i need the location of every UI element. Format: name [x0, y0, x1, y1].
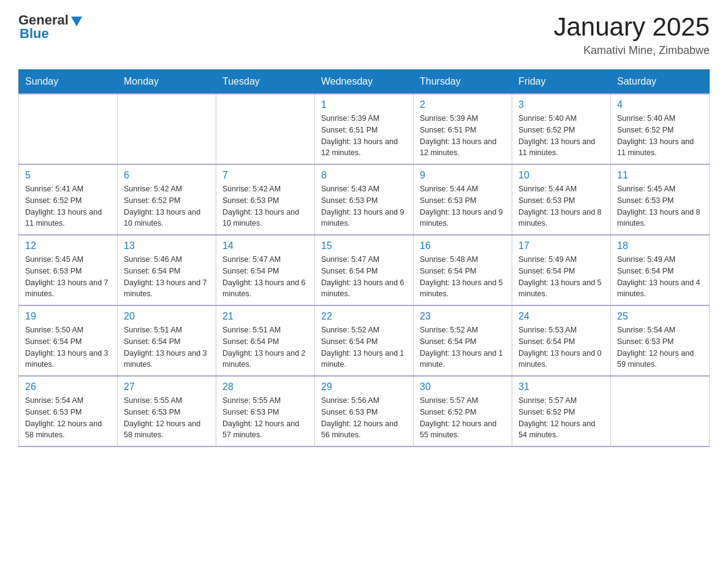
day-number: 13 — [124, 240, 210, 251]
calendar-cell: 15Sunrise: 5:47 AM Sunset: 6:54 PM Dayli… — [315, 235, 414, 305]
column-header-monday: Monday — [118, 70, 216, 94]
day-info: Sunrise: 5:51 AM Sunset: 6:54 PM Dayligh… — [124, 324, 210, 370]
calendar-week-5: 26Sunrise: 5:54 AM Sunset: 6:53 PM Dayli… — [19, 376, 710, 446]
day-info: Sunrise: 5:54 AM Sunset: 6:53 PM Dayligh… — [617, 324, 703, 370]
day-number: 5 — [25, 170, 111, 181]
day-number: 10 — [518, 170, 604, 181]
day-info: Sunrise: 5:57 AM Sunset: 6:52 PM Dayligh… — [518, 395, 604, 441]
calendar-cell: 18Sunrise: 5:49 AM Sunset: 6:54 PM Dayli… — [611, 235, 710, 305]
day-number: 26 — [25, 381, 111, 393]
day-info: Sunrise: 5:50 AM Sunset: 6:54 PM Dayligh… — [25, 324, 111, 370]
day-number: 6 — [124, 170, 210, 181]
day-number: 9 — [420, 170, 506, 181]
day-info: Sunrise: 5:51 AM Sunset: 6:54 PM Dayligh… — [222, 324, 308, 370]
day-info: Sunrise: 5:45 AM Sunset: 6:53 PM Dayligh… — [25, 254, 111, 300]
day-info: Sunrise: 5:44 AM Sunset: 6:53 PM Dayligh… — [518, 183, 604, 229]
day-number: 11 — [617, 170, 703, 181]
calendar-cell: 25Sunrise: 5:54 AM Sunset: 6:53 PM Dayli… — [611, 305, 710, 376]
day-info: Sunrise: 5:47 AM Sunset: 6:54 PM Dayligh… — [321, 254, 407, 300]
day-info: Sunrise: 5:53 AM Sunset: 6:54 PM Dayligh… — [518, 324, 604, 370]
calendar-cell: 3Sunrise: 5:40 AM Sunset: 6:52 PM Daylig… — [512, 94, 611, 164]
day-number: 14 — [222, 240, 308, 251]
calendar-cell: 30Sunrise: 5:57 AM Sunset: 6:52 PM Dayli… — [414, 376, 512, 446]
day-number: 8 — [321, 170, 407, 181]
day-number: 24 — [518, 311, 604, 322]
logo-triangle-icon — [70, 14, 83, 28]
calendar-cell: 31Sunrise: 5:57 AM Sunset: 6:52 PM Dayli… — [512, 376, 611, 446]
page-title: January 2025 — [553, 12, 710, 42]
calendar-cell — [611, 376, 710, 446]
calendar-cell: 28Sunrise: 5:55 AM Sunset: 6:53 PM Dayli… — [216, 376, 315, 446]
day-number: 17 — [518, 240, 604, 251]
day-number: 16 — [420, 240, 506, 251]
day-info: Sunrise: 5:41 AM Sunset: 6:52 PM Dayligh… — [25, 183, 111, 229]
day-number: 18 — [617, 240, 703, 251]
day-number: 4 — [617, 99, 703, 110]
column-header-tuesday: Tuesday — [216, 70, 315, 94]
column-header-sunday: Sunday — [19, 70, 118, 94]
day-number: 23 — [420, 311, 506, 322]
day-info: Sunrise: 5:42 AM Sunset: 6:53 PM Dayligh… — [222, 183, 308, 229]
day-number: 12 — [25, 240, 111, 251]
calendar-week-4: 19Sunrise: 5:50 AM Sunset: 6:54 PM Dayli… — [19, 305, 710, 376]
day-number: 25 — [617, 311, 703, 322]
calendar-week-1: 1Sunrise: 5:39 AM Sunset: 6:51 PM Daylig… — [19, 94, 710, 164]
day-number: 15 — [321, 240, 407, 251]
day-number: 22 — [321, 311, 407, 322]
day-number: 28 — [222, 381, 308, 393]
calendar-cell — [118, 94, 216, 164]
page-header: General Blue January 2025 Kamativi Mine,… — [18, 12, 710, 57]
day-info: Sunrise: 5:44 AM Sunset: 6:53 PM Dayligh… — [420, 183, 506, 229]
day-number: 2 — [420, 99, 506, 110]
calendar-cell: 10Sunrise: 5:44 AM Sunset: 6:53 PM Dayli… — [512, 164, 611, 235]
calendar-cell: 21Sunrise: 5:51 AM Sunset: 6:54 PM Dayli… — [216, 305, 315, 376]
calendar-cell: 26Sunrise: 5:54 AM Sunset: 6:53 PM Dayli… — [19, 376, 118, 446]
calendar-header-row: SundayMondayTuesdayWednesdayThursdayFrid… — [19, 70, 710, 94]
day-number: 7 — [222, 170, 308, 181]
column-header-friday: Friday — [512, 70, 611, 94]
day-info: Sunrise: 5:47 AM Sunset: 6:54 PM Dayligh… — [222, 254, 308, 300]
day-number: 29 — [321, 381, 407, 393]
logo-blue-text: Blue — [20, 26, 49, 42]
calendar-cell: 27Sunrise: 5:55 AM Sunset: 6:53 PM Dayli… — [118, 376, 216, 446]
calendar-cell: 24Sunrise: 5:53 AM Sunset: 6:54 PM Dayli… — [512, 305, 611, 376]
calendar-cell — [19, 94, 118, 164]
day-number: 1 — [321, 99, 407, 110]
day-info: Sunrise: 5:43 AM Sunset: 6:53 PM Dayligh… — [321, 183, 407, 229]
column-header-thursday: Thursday — [414, 70, 512, 94]
calendar-cell: 29Sunrise: 5:56 AM Sunset: 6:53 PM Dayli… — [315, 376, 414, 446]
calendar-cell: 2Sunrise: 5:39 AM Sunset: 6:51 PM Daylig… — [414, 94, 512, 164]
calendar-cell: 11Sunrise: 5:45 AM Sunset: 6:53 PM Dayli… — [611, 164, 710, 235]
day-info: Sunrise: 5:52 AM Sunset: 6:54 PM Dayligh… — [321, 324, 407, 370]
day-info: Sunrise: 5:46 AM Sunset: 6:54 PM Dayligh… — [124, 254, 210, 300]
calendar-cell: 17Sunrise: 5:49 AM Sunset: 6:54 PM Dayli… — [512, 235, 611, 305]
calendar-cell: 12Sunrise: 5:45 AM Sunset: 6:53 PM Dayli… — [19, 235, 118, 305]
day-number: 30 — [420, 381, 506, 393]
day-info: Sunrise: 5:48 AM Sunset: 6:54 PM Dayligh… — [420, 254, 506, 300]
day-info: Sunrise: 5:56 AM Sunset: 6:53 PM Dayligh… — [321, 395, 407, 441]
day-info: Sunrise: 5:40 AM Sunset: 6:52 PM Dayligh… — [518, 113, 604, 159]
day-info: Sunrise: 5:49 AM Sunset: 6:54 PM Dayligh… — [518, 254, 604, 300]
day-info: Sunrise: 5:39 AM Sunset: 6:51 PM Dayligh… — [420, 113, 506, 159]
day-info: Sunrise: 5:45 AM Sunset: 6:53 PM Dayligh… — [617, 183, 703, 229]
calendar-cell: 9Sunrise: 5:44 AM Sunset: 6:53 PM Daylig… — [414, 164, 512, 235]
day-info: Sunrise: 5:55 AM Sunset: 6:53 PM Dayligh… — [124, 395, 210, 441]
day-info: Sunrise: 5:52 AM Sunset: 6:54 PM Dayligh… — [420, 324, 506, 370]
column-header-saturday: Saturday — [611, 70, 710, 94]
calendar-cell: 6Sunrise: 5:42 AM Sunset: 6:52 PM Daylig… — [118, 164, 216, 235]
calendar-cell: 5Sunrise: 5:41 AM Sunset: 6:52 PM Daylig… — [19, 164, 118, 235]
calendar-cell: 20Sunrise: 5:51 AM Sunset: 6:54 PM Dayli… — [118, 305, 216, 376]
day-info: Sunrise: 5:57 AM Sunset: 6:52 PM Dayligh… — [420, 395, 506, 441]
day-number: 20 — [124, 311, 210, 322]
calendar-cell: 19Sunrise: 5:50 AM Sunset: 6:54 PM Dayli… — [19, 305, 118, 376]
calendar-cell: 8Sunrise: 5:43 AM Sunset: 6:53 PM Daylig… — [315, 164, 414, 235]
day-number: 31 — [518, 381, 604, 393]
page-subtitle: Kamativi Mine, Zimbabwe — [553, 44, 710, 57]
calendar-cell: 23Sunrise: 5:52 AM Sunset: 6:54 PM Dayli… — [414, 305, 512, 376]
day-info: Sunrise: 5:54 AM Sunset: 6:53 PM Dayligh… — [25, 395, 111, 441]
calendar-cell: 7Sunrise: 5:42 AM Sunset: 6:53 PM Daylig… — [216, 164, 315, 235]
calendar-cell — [216, 94, 315, 164]
svg-marker-0 — [71, 17, 82, 26]
day-info: Sunrise: 5:42 AM Sunset: 6:52 PM Dayligh… — [124, 183, 210, 229]
calendar-cell: 14Sunrise: 5:47 AM Sunset: 6:54 PM Dayli… — [216, 235, 315, 305]
